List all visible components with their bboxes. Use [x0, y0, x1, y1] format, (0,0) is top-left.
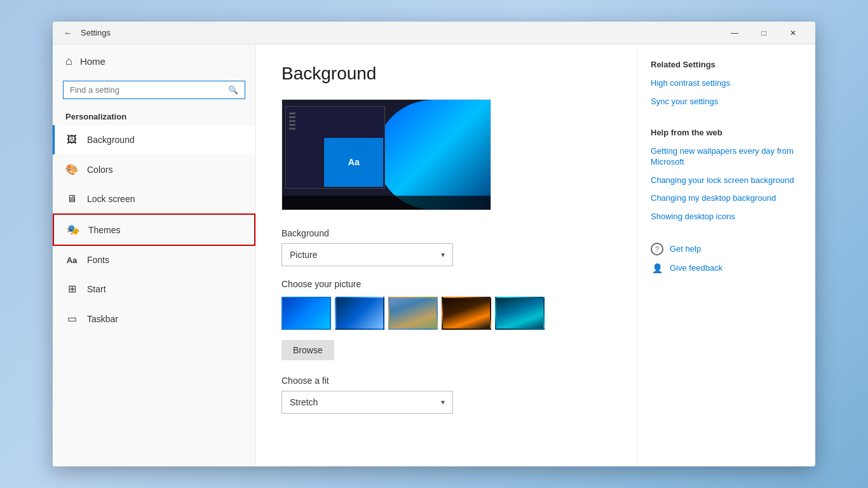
lockscreen-icon: 🖥: [65, 193, 78, 205]
sidebar-item-label: Themes: [88, 225, 121, 235]
fonts-icon: Aa: [65, 255, 78, 265]
home-label: Home: [80, 56, 105, 67]
related-settings-title: Related Settings: [651, 60, 803, 69]
picture-thumb-5[interactable]: [495, 297, 545, 330]
taskbar-icon: ▭: [65, 313, 78, 325]
window-title: Settings: [81, 28, 111, 37]
sidebar-item-colors[interactable]: 🎨 Colors: [53, 154, 255, 184]
lock-screen-bg-link[interactable]: Changing your lock screen background: [651, 175, 803, 186]
window-controls: — □ ✕: [720, 22, 808, 44]
right-panel: Related Settings High contrast settings …: [637, 44, 815, 466]
sidebar-item-label: Fonts: [87, 255, 109, 265]
page-title: Background: [281, 64, 612, 84]
sidebar-item-lockscreen[interactable]: 🖥 Lock screen: [53, 184, 255, 214]
choose-picture-label: Choose your picture: [281, 279, 612, 289]
preview-wallpaper: [376, 100, 491, 210]
picture-thumb-2[interactable]: [335, 297, 384, 330]
sidebar-item-taskbar[interactable]: ▭ Taskbar: [53, 304, 255, 334]
sidebar-item-label: Background: [87, 135, 135, 145]
help-from-web-title: Help from the web: [651, 128, 803, 137]
preview-sidebar: [289, 110, 295, 159]
picture-thumb-1[interactable]: [281, 297, 331, 330]
sidebar-item-label: Taskbar: [87, 314, 118, 324]
browse-button[interactable]: Browse: [281, 340, 334, 360]
preview-line: [289, 112, 295, 114]
help-circle-icon: ?: [651, 243, 663, 255]
start-icon: ⊞: [65, 283, 78, 295]
colors-icon: 🎨: [65, 163, 78, 175]
give-feedback-link[interactable]: Give feedback: [670, 263, 722, 274]
sidebar: ⌂ Home 🔍 Personalization 🖼 Background 🎨 …: [53, 44, 256, 466]
sidebar-item-fonts[interactable]: Aa Fonts: [53, 246, 255, 274]
high-contrast-link[interactable]: High contrast settings: [651, 78, 803, 89]
desktop-bg-link[interactable]: Changing my desktop background: [651, 193, 803, 204]
home-icon: ⌂: [65, 55, 72, 68]
search-icon: 🔍: [228, 85, 238, 95]
sidebar-home[interactable]: ⌂ Home: [53, 44, 255, 78]
background-dropdown-value: Picture: [290, 250, 318, 260]
sidebar-item-label: Colors: [87, 165, 112, 175]
picture-grid: [281, 297, 612, 330]
give-feedback-row: 👤 Give feedback: [651, 262, 803, 274]
preview-taskbar: [282, 196, 491, 210]
sidebar-section-title: Personalization: [53, 107, 255, 125]
sidebar-item-themes[interactable]: 🎭 Themes: [53, 214, 255, 246]
close-button[interactable]: ✕: [778, 22, 808, 44]
preview-line: [289, 124, 295, 126]
preview-line: [289, 120, 295, 122]
sidebar-item-label: Start: [87, 284, 106, 294]
maximize-button[interactable]: □: [749, 22, 778, 44]
search-input[interactable]: [70, 85, 228, 95]
sidebar-item-start[interactable]: ⊞ Start: [53, 274, 255, 304]
sidebar-item-background[interactable]: 🖼 Background: [53, 125, 255, 154]
settings-window: ← Settings — □ ✕ ⌂ Home 🔍 Personalizatio…: [53, 22, 815, 466]
preview-line: [289, 128, 295, 130]
background-section-label: Background: [281, 228, 612, 238]
divider2: [651, 230, 803, 243]
back-button[interactable]: ←: [60, 25, 76, 41]
title-bar: ← Settings — □ ✕: [53, 22, 815, 44]
chevron-down-icon: ▾: [441, 250, 445, 259]
fit-dropdown-value: Stretch: [290, 397, 318, 407]
get-help-row: ? Get help: [651, 243, 803, 255]
background-preview: Aa: [281, 99, 491, 210]
divider: [651, 115, 803, 128]
background-icon: 🖼: [65, 134, 78, 146]
get-help-link[interactable]: Get help: [670, 244, 701, 255]
desktop-icons-link[interactable]: Showing desktop icons: [651, 212, 803, 222]
themes-icon: 🎭: [67, 224, 79, 236]
search-box: 🔍: [63, 81, 245, 99]
sidebar-item-label: Lock screen: [87, 194, 135, 204]
fit-dropdown[interactable]: Stretch ▾: [281, 391, 453, 414]
picture-thumb-3[interactable]: [388, 297, 438, 330]
new-wallpapers-link[interactable]: Getting new wallpapers every day from Mi…: [651, 146, 803, 168]
preview-window: Aa: [285, 106, 385, 189]
content-area: ⌂ Home 🔍 Personalization 🖼 Background 🎨 …: [53, 44, 815, 466]
chevron-down-icon-fit: ▾: [441, 398, 445, 407]
minimize-button[interactable]: —: [720, 22, 749, 44]
sync-settings-link[interactable]: Sync your settings: [651, 97, 803, 107]
preview-window-inner: Aa: [324, 138, 383, 187]
preview-line: [289, 116, 295, 118]
main-content: Background Aa Background: [256, 44, 637, 466]
feedback-icon: 👤: [651, 262, 663, 274]
picture-thumb-4[interactable]: [442, 297, 491, 330]
background-dropdown[interactable]: Picture ▾: [281, 243, 453, 266]
choose-fit-label: Choose a fit: [281, 376, 612, 386]
